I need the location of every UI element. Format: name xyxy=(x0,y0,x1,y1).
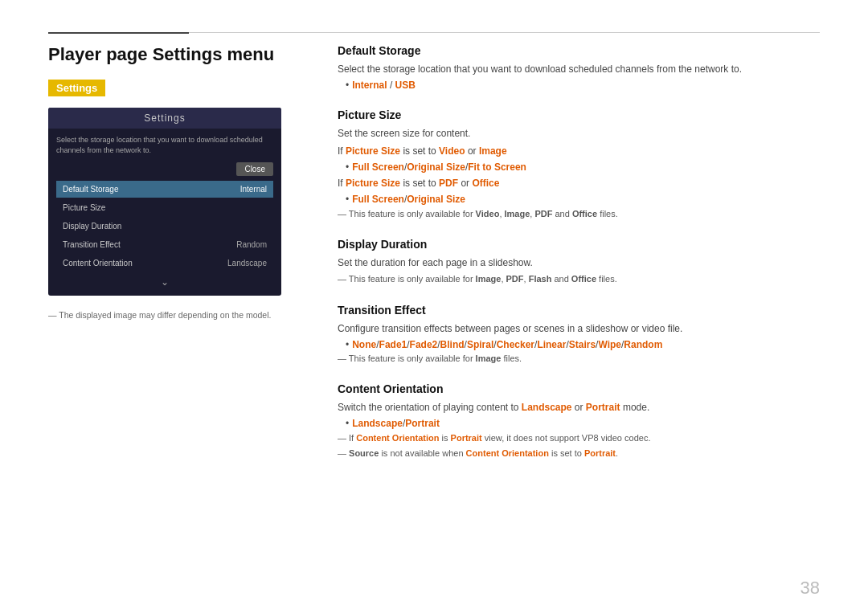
settings-badge: Settings xyxy=(48,80,105,96)
page-container: Player page Settings menu Settings Setti… xyxy=(48,44,820,581)
left-column: Player page Settings menu Settings Setti… xyxy=(48,44,305,581)
chevron-down-icon: ⌄ xyxy=(56,273,273,291)
settings-row-content-orientation[interactable]: Content Orientation Landscape xyxy=(56,255,273,272)
row-label: Content Orientation xyxy=(63,259,133,268)
content-orientation-note1: If Content Orientation is Portrait view,… xyxy=(338,432,820,444)
section-default-storage: Default Storage Select the storage locat… xyxy=(338,44,820,91)
settings-ui-header: Settings xyxy=(48,108,281,129)
row-value: Landscape xyxy=(227,259,267,268)
section-desc-picture-size: Set the screen size for content. xyxy=(338,126,820,141)
transition-effect-note: This feature is only available for Image… xyxy=(338,353,820,365)
page-title: Player page Settings menu xyxy=(48,44,305,65)
display-duration-note: This feature is only available for Image… xyxy=(338,273,820,285)
row-label: Transition Effect xyxy=(63,240,121,249)
section-title-display-duration: Display Duration xyxy=(338,238,820,251)
row-label: Picture Size xyxy=(63,203,105,212)
section-picture-size: Picture Size Set the screen size for con… xyxy=(338,108,820,220)
row-label: Default Storage xyxy=(63,185,119,194)
section-desc-content-orientation: Switch the orientation of playing conten… xyxy=(338,400,820,415)
section-desc-default-storage: Select the storage location that you wan… xyxy=(338,62,820,76)
settings-row-picture-size[interactable]: Picture Size xyxy=(56,199,273,216)
content-orientation-note2: Source is not available when Content Ori… xyxy=(338,447,820,460)
section-desc-display-duration: Set the duration for each page in a slid… xyxy=(338,255,820,270)
settings-ui-body: Select the storage location that you wan… xyxy=(48,129,281,295)
section-title-content-orientation: Content Orientation xyxy=(338,382,820,395)
section-transition-effect: Transition Effect Configure transition e… xyxy=(338,304,820,365)
bullet-picture-size-pdf-office: Full Screen / Original Size xyxy=(346,194,820,205)
picture-size-note: This feature is only available for Video… xyxy=(338,208,820,220)
section-display-duration: Display Duration Set the duration for ea… xyxy=(338,238,820,285)
settings-row-display-duration[interactable]: Display Duration xyxy=(56,218,273,235)
top-divider-accent xyxy=(48,32,189,34)
row-value: Random xyxy=(236,240,267,249)
row-label: Display Duration xyxy=(63,222,121,231)
row-value: Internal xyxy=(240,185,267,194)
settings-ui-mockup: Settings Select the storage location tha… xyxy=(48,108,281,295)
section-title-default-storage: Default Storage xyxy=(338,44,820,57)
close-row: Close xyxy=(56,162,273,176)
section-desc-transition-effect: Configure transition effects between pag… xyxy=(338,321,820,336)
section-title-picture-size: Picture Size xyxy=(338,108,820,121)
section-title-transition-effect: Transition Effect xyxy=(338,304,820,317)
model-note: The displayed image may differ depending… xyxy=(48,310,305,320)
settings-row-transition-effect[interactable]: Transition Effect Random xyxy=(56,236,273,253)
settings-ui-description: Select the storage location that you wan… xyxy=(56,135,273,155)
internal-usb-text: Internal xyxy=(352,80,387,91)
picture-size-condition1: If Picture Size is set to Video or Image xyxy=(338,144,820,158)
bullet-internal-usb: Internal / USB xyxy=(346,80,820,91)
right-column: Default Storage Select the storage locat… xyxy=(338,44,820,581)
bullet-transition-options: None / Fade1 / Fade2 / Blind / Spiral / … xyxy=(346,339,820,350)
page-number: 38 xyxy=(800,578,820,599)
picture-size-condition2: If Picture Size is set to PDF or Office xyxy=(338,176,820,190)
close-button[interactable]: Close xyxy=(236,162,273,176)
section-content-orientation: Content Orientation Switch the orientati… xyxy=(338,382,820,460)
settings-row-default-storage[interactable]: Default Storage Internal xyxy=(56,181,273,198)
bullet-orientation-options: Landscape / Portrait xyxy=(346,418,820,429)
bullet-picture-size-video-image: Full Screen / Original Size / Fit to Scr… xyxy=(346,161,820,173)
